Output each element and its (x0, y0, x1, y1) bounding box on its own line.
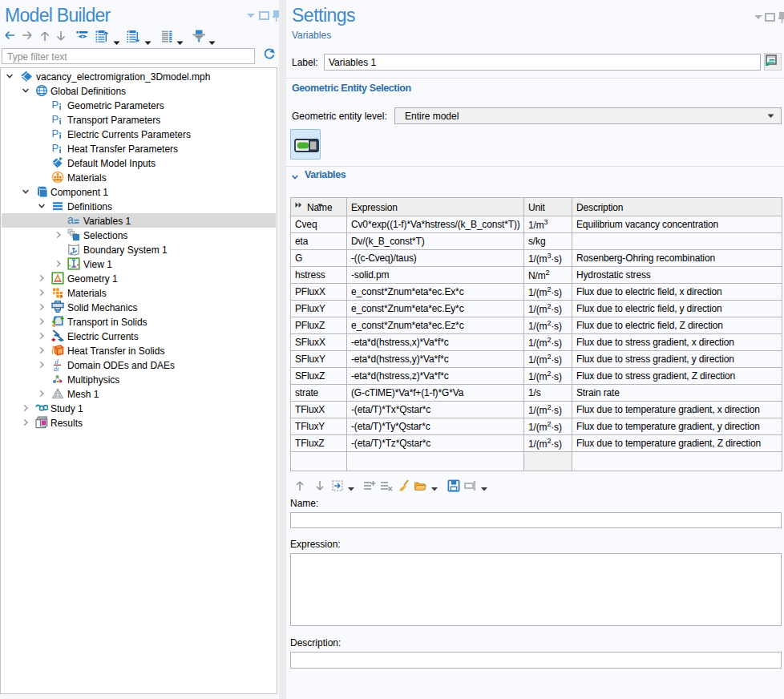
svg-text:P: P (52, 113, 59, 125)
svg-text:P: P (52, 127, 59, 139)
svg-text:a: a (67, 214, 74, 226)
svg-text:P: P (52, 99, 59, 111)
svg-text:P: P (52, 142, 59, 154)
svg-text:dt: dt (54, 365, 59, 371)
